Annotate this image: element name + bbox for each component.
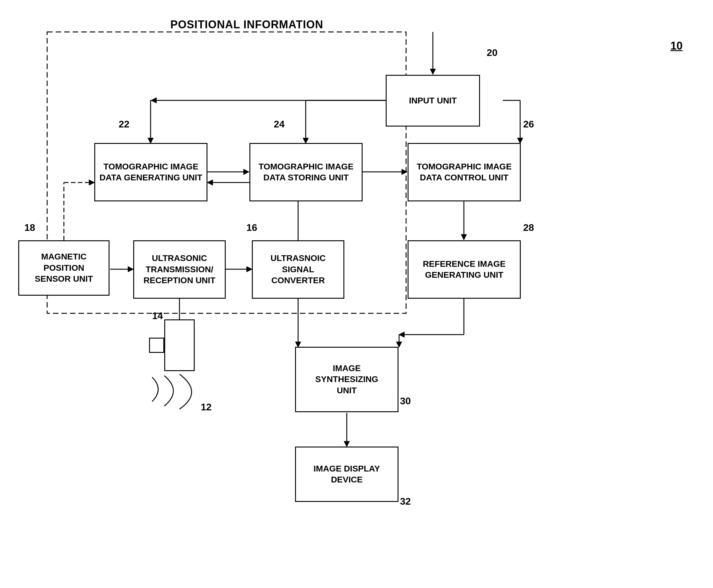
- ref-32: 32: [400, 496, 411, 507]
- probe-handle: [164, 319, 195, 371]
- image-synthesizing-block: IMAGESYNTHESIZINGUNIT: [295, 347, 398, 412]
- tomographic-storing-label: TOMOGRAPHIC IMAGEDATA STORING UNIT: [258, 161, 354, 184]
- svg-marker-21: [398, 332, 404, 338]
- svg-marker-14: [243, 169, 249, 175]
- magnetic-sensor-block: MAGNETIC POSITIONSENSOR UNIT: [18, 240, 109, 296]
- svg-marker-30: [246, 266, 252, 272]
- tomographic-generating-label: TOMOGRAPHIC IMAGEDATA GENERATING UNIT: [100, 161, 202, 184]
- svg-marker-16: [401, 169, 407, 175]
- system-ref-10: 10: [670, 40, 683, 52]
- image-display-block: IMAGE DISPLAYDEVICE: [295, 446, 398, 502]
- ref-30: 30: [400, 396, 411, 407]
- ref-18: 18: [24, 222, 35, 233]
- tomographic-generating-block: TOMOGRAPHIC IMAGEDATA GENERATING UNIT: [94, 143, 207, 202]
- ultrasonic-transmission-label: ULTRASONICTRANSMISSION/RECEPTION UNIT: [144, 253, 215, 286]
- svg-marker-18: [461, 234, 467, 240]
- ref-26: 26: [523, 119, 534, 130]
- svg-marker-26: [207, 180, 213, 186]
- ultrasonic-transmission-block: ULTRASONICTRANSMISSION/RECEPTION UNIT: [133, 240, 226, 299]
- ultrasonic-signal-label: ULTRASNOICSIGNALCONVERTER: [270, 253, 326, 286]
- reference-image-label: REFERENCE IMAGEGENERATING UNIT: [423, 258, 506, 281]
- ultrasonic-signal-block: ULTRASNOICSIGNALCONVERTER: [252, 240, 344, 299]
- svg-marker-2: [430, 69, 436, 75]
- ref-24: 24: [274, 119, 285, 130]
- ref-12: 12: [201, 401, 212, 413]
- tomographic-control-label: TOMOGRAPHIC IMAGEDATA CONTROL UNIT: [417, 161, 511, 184]
- tomographic-control-block: TOMOGRAPHIC IMAGEDATA CONTROL UNIT: [407, 143, 521, 202]
- ref-28: 28: [523, 222, 534, 233]
- ref-16: 16: [246, 222, 257, 233]
- diagram: POSITIONAL INFORMATION 10: [0, 0, 713, 588]
- image-synthesizing-label: IMAGESYNTHESIZINGUNIT: [315, 363, 378, 396]
- title: POSITIONAL INFORMATION: [170, 18, 323, 31]
- svg-marker-37: [344, 441, 350, 447]
- ref-22: 22: [119, 119, 130, 130]
- magnetic-sensor-label: MAGNETIC POSITIONSENSOR UNIT: [22, 251, 106, 285]
- svg-marker-33: [89, 180, 95, 186]
- ref-20: 20: [487, 47, 498, 58]
- probe-connector: [149, 338, 164, 353]
- svg-marker-7: [151, 97, 156, 103]
- image-display-label: IMAGE DISPLAYDEVICE: [314, 463, 380, 485]
- ultrasound-waves: [143, 374, 204, 411]
- svg-marker-35: [128, 266, 134, 272]
- ref-14: 14: [152, 310, 163, 321]
- input-unit-label: INPUT UNIT: [409, 95, 457, 106]
- reference-image-block: REFERENCE IMAGEGENERATING UNIT: [407, 240, 521, 299]
- input-unit-block: INPUT UNIT: [386, 75, 480, 127]
- tomographic-storing-block: TOMOGRAPHIC IMAGEDATA STORING UNIT: [249, 143, 362, 202]
